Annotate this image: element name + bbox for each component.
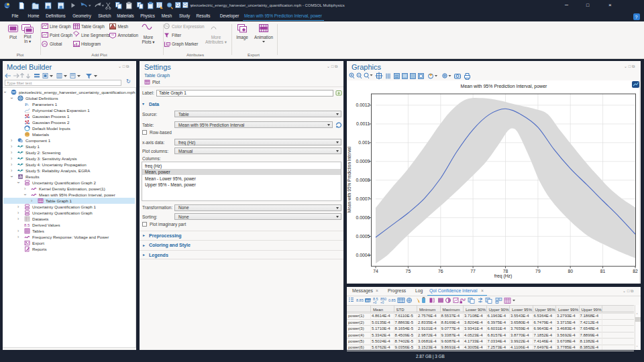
svg-text:0.85: 0.85 xyxy=(388,298,396,302)
svg-text:79: 79 xyxy=(535,269,541,274)
svg-text:Mesh: Mesh xyxy=(118,24,129,29)
svg-text:Histogram: Histogram xyxy=(81,42,101,47)
svg-text:0.001: 0.001 xyxy=(358,140,370,145)
svg-text:Plot: Plot xyxy=(9,35,17,40)
svg-text:75: 75 xyxy=(406,269,411,274)
svg-text:74: 74 xyxy=(373,269,378,274)
svg-text:Global: Global xyxy=(50,42,62,46)
svg-text:Line Segments: Line Segments xyxy=(81,33,110,38)
svg-text:0.0009: 0.0009 xyxy=(356,159,370,164)
svg-text:+0: +0 xyxy=(373,301,377,304)
svg-text:freq (Hz): freq (Hz) xyxy=(494,274,512,279)
svg-text:0.0011: 0.0011 xyxy=(356,121,370,126)
svg-text:Pi: Pi xyxy=(25,102,29,107)
svg-text:Line Graph: Line Graph xyxy=(50,24,71,29)
svg-text:Attributes ▾: Attributes ▾ xyxy=(205,40,227,44)
svg-text:+0: +0 xyxy=(380,301,384,304)
svg-text:Graph Marker: Graph Marker xyxy=(172,42,199,47)
svg-text:0.0004: 0.0004 xyxy=(356,253,370,257)
svg-text:0.0007: 0.0007 xyxy=(356,196,370,201)
svg-text:77: 77 xyxy=(470,269,476,274)
svg-text:More: More xyxy=(211,35,221,40)
svg-text:Table Graph: Table Graph xyxy=(81,24,105,29)
svg-text:Point Graph: Point Graph xyxy=(50,33,73,38)
svg-text:0.0005: 0.0005 xyxy=(356,234,370,239)
svg-text:8.85: 8.85 xyxy=(356,298,364,302)
svg-text:0.0012: 0.0012 xyxy=(356,103,370,107)
svg-text:avg: avg xyxy=(366,298,371,302)
svg-text:Color Expression: Color Expression xyxy=(172,24,205,29)
svg-text:More: More xyxy=(144,35,154,40)
svg-text:Animation: Animation xyxy=(254,35,273,40)
svg-text:In ▾: In ▾ xyxy=(24,39,32,44)
svg-text:Mean with 95% Prediction Inter: Mean with 95% Prediction Interval xyxy=(347,146,352,213)
svg-text:80: 80 xyxy=(568,269,573,274)
svg-text:Plot: Plot xyxy=(24,34,32,39)
svg-text:Plots ▾: Plots ▾ xyxy=(142,40,156,44)
svg-text:81: 81 xyxy=(600,269,606,274)
svg-text:82: 82 xyxy=(633,269,638,274)
svg-text:8.5: 8.5 xyxy=(24,223,30,227)
svg-text:0.0006: 0.0006 xyxy=(356,215,370,220)
svg-text:0.0008: 0.0008 xyxy=(356,178,370,182)
svg-text:Filter: Filter xyxy=(172,33,182,38)
svg-text:78: 78 xyxy=(503,269,508,274)
svg-text:76: 76 xyxy=(438,269,443,274)
svg-text:Image: Image xyxy=(236,35,248,40)
svg-text:Annotation: Annotation xyxy=(118,33,139,38)
